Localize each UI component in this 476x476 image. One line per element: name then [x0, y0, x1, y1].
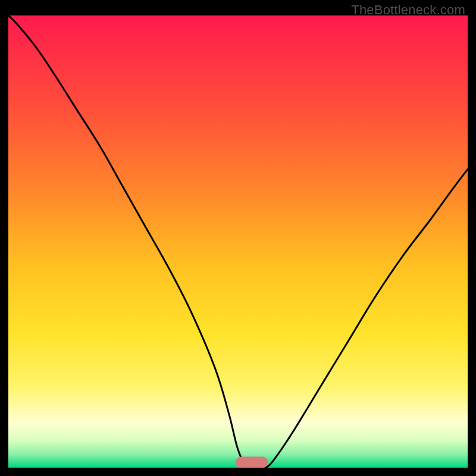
- watermark-text: TheBottleneck.com: [351, 2, 465, 18]
- gradient-background: [8, 15, 468, 468]
- optimal-marker: [236, 456, 268, 468]
- chart-frame: [8, 15, 468, 468]
- chart-svg: [8, 15, 468, 468]
- chart-root: TheBottleneck.com: [0, 0, 476, 476]
